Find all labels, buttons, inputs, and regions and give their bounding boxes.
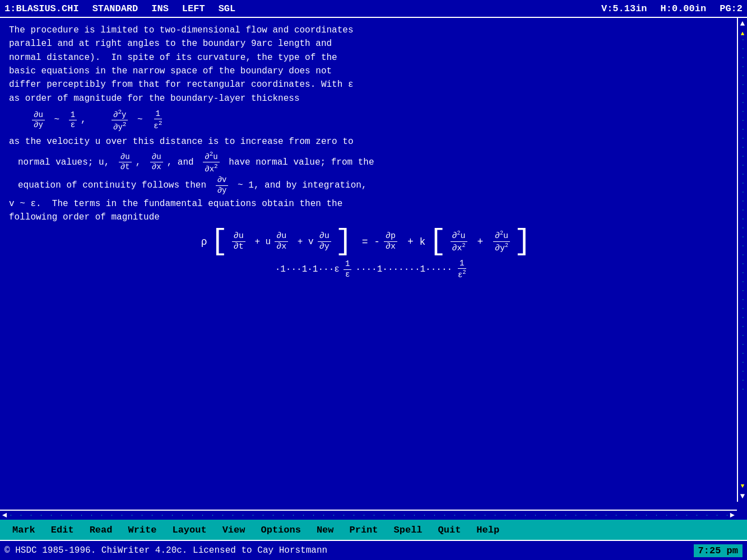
frac-big-d2u-dx2: ∂2u ∂x2 <box>451 230 467 254</box>
file-name: 1:BLASIUS.CHI <box>4 3 79 14</box>
menu-new[interactable]: New <box>309 521 342 539</box>
scrollbar-bottom[interactable]: ◄ · · · · · · · · · · · · · · · · · · · … <box>0 510 737 520</box>
math-block-3: equation of continuity follows then ∂v ∂… <box>9 176 723 195</box>
menu-read[interactable]: Read <box>82 521 120 539</box>
text-line-4: basic equations in the narrow space of t… <box>9 64 723 78</box>
scroll-left-arrow[interactable]: ◄ <box>0 511 9 520</box>
title-right: V:5.13in H:0.00in PG:2 <box>601 3 743 14</box>
big-equation: ρ [ ∂u ∂t + u ∂u ∂x + v ∂u ∂y ] = - ∂p ∂… <box>9 230 723 254</box>
menu-bar: Mark Edit Read Write Layout View Options… <box>0 520 747 540</box>
frac-big-d2u-dy2: ∂2u ∂y2 <box>493 230 510 254</box>
title-left: 1:BLASIUS.CHI STANDARD INS LEFT SGL <box>4 3 235 14</box>
order-row: ·1···1·1···ε 1 ε ····1·······1····· 1 ε2 <box>9 259 723 279</box>
scroll-up-arrow[interactable]: ▲ <box>739 18 746 29</box>
menu-layout[interactable]: Layout <box>164 521 214 539</box>
content-area: The procedure is limited to two-dimensio… <box>0 18 737 520</box>
frac-du-dt: ∂u ∂t <box>119 153 132 172</box>
menu-help[interactable]: Help <box>468 521 507 539</box>
ins-label: INS <box>151 3 169 14</box>
menu-view[interactable]: View <box>215 521 253 539</box>
scrollbar-right[interactable]: ▲ ▲ · · · · · · · · · · · · · · · · · · … <box>737 18 747 502</box>
copyright-text: © HSDC 1985-1996. ChiWriter 4.20c. Licen… <box>4 545 327 556</box>
math-block-1: ∂u ∂y ~ 1 ε , ∂2y ∂y2 ~ 1 ε2 <box>31 109 723 132</box>
menu-options[interactable]: Options <box>253 521 308 539</box>
menu-print[interactable]: Print <box>342 521 386 539</box>
frac-du-dx: ∂u ∂x <box>150 153 163 172</box>
menu-mark[interactable]: Mark <box>4 521 43 539</box>
frac-dv-dy: ∂v ∂y <box>216 176 229 195</box>
frac-big-du-dt: ∂u ∂t <box>232 232 245 252</box>
time-display: 7:25 pm <box>694 544 743 557</box>
frac-big-du-dy: ∂u ∂y <box>318 232 331 252</box>
menu-edit[interactable]: Edit <box>43 521 82 539</box>
frac-order-1-eps: 1 ε <box>344 260 351 279</box>
status-bar: © HSDC 1985-1996. ChiWriter 4.20c. Licen… <box>0 540 747 560</box>
mode-label: STANDARD <box>92 3 138 14</box>
frac-1-eps: 1 ε <box>69 111 77 130</box>
frac-d2u-dx2: ∂2u ∂x2 <box>203 151 219 174</box>
scroll-step-up[interactable]: ▲ <box>740 29 746 38</box>
text-line-1: The procedure is limited to two-dimensio… <box>9 24 723 37</box>
menu-write[interactable]: Write <box>120 521 164 539</box>
frac-du-dy: ∂u ∂y <box>32 111 45 130</box>
text-line-6: as order of magnitude for the boundary-l… <box>9 92 723 105</box>
scroll-step-down[interactable]: ▼ <box>740 482 746 491</box>
text-line-9: following order of magnitude <box>9 211 723 224</box>
page-label: PG:2 <box>720 3 743 14</box>
frac-big-du-dx: ∂u ∂x <box>275 232 288 252</box>
text-line-5: differ perceptibly from that for rectang… <box>9 78 723 91</box>
frac-1-eps2: 1 ε2 <box>152 110 164 130</box>
menu-quit[interactable]: Quit <box>430 521 469 539</box>
menu-spell[interactable]: Spell <box>386 521 430 539</box>
text-line-7: as the velocity u over this distance is … <box>9 135 723 148</box>
frac-d2y-dy2: ∂2y ∂y2 <box>112 109 128 132</box>
text-line-2: parallel and at right angles to the boun… <box>9 37 723 50</box>
align-label: LEFT <box>182 3 205 14</box>
frac-order-1-eps2: 1 ε2 <box>456 259 467 279</box>
frac-big-dp-dx: ∂p ∂x <box>384 232 397 252</box>
scroll-right-arrow[interactable]: ► <box>728 511 737 520</box>
text-line-8: v ~ ε. The terms in the fundamental equa… <box>9 197 723 211</box>
title-bar: 1:BLASIUS.CHI STANDARD INS LEFT SGL V:5.… <box>0 0 747 18</box>
hpos-label: H:0.00in <box>661 3 707 14</box>
scroll-track: · · · · · · · · · · · · · · · · · · · · … <box>740 38 746 482</box>
vpos-label: V:5.13in <box>601 3 647 14</box>
math-block-2: normal values; u, ∂u ∂t , ∂u ∂x , and ∂2… <box>9 151 723 174</box>
scroll-h-track: · · · · · · · · · · · · · · · · · · · · … <box>9 512 727 519</box>
mode2-label: SGL <box>219 3 236 14</box>
scroll-down-arrow[interactable]: ▼ <box>739 491 746 502</box>
text-line-3: normal distance). In spite of its curvat… <box>9 51 723 64</box>
